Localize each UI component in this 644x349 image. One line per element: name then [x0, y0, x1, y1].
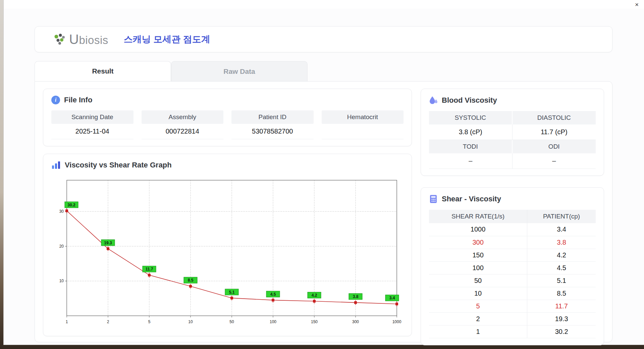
- file-info-fields: Scanning Date 2025-11-04 Assembly 000722…: [51, 110, 404, 139]
- field-hematocrit-value: [322, 124, 404, 139]
- app-title: 스캐닝 모세관 점도계: [124, 33, 210, 45]
- systolic-value: 3.8 (cP): [429, 124, 513, 140]
- patient-cell: 11.7: [527, 300, 596, 312]
- svg-text:20: 20: [59, 244, 64, 249]
- svg-text:50: 50: [229, 319, 234, 324]
- svg-text:1: 1: [66, 319, 68, 324]
- bar-chart-icon: [51, 161, 61, 169]
- field-hematocrit-label: Hematocrit: [322, 110, 404, 124]
- odi-label: ODI: [513, 140, 596, 153]
- patient-cell: 4.5: [527, 261, 596, 274]
- field-assembly: Assembly 000722814: [142, 110, 224, 139]
- field-assembly-label: Assembly: [142, 110, 224, 124]
- diastolic-label: DIASTOLIC: [513, 111, 596, 124]
- app-window: × Ubiosis 스캐닝 모세관 점도계 Result: [3, 0, 644, 345]
- patient-cell: 3.8: [527, 236, 596, 249]
- field-hematocrit: Hematocrit: [322, 110, 404, 139]
- table-row: 108.5: [429, 287, 596, 300]
- patient-cell: 8.5: [527, 287, 596, 300]
- svg-text:11.7: 11.7: [146, 267, 153, 271]
- shear-viscosity-table: SHEAR RATE(1/s) PATIENT(cp) 10003.4 3003…: [429, 210, 596, 338]
- patient-cell: 4.2: [527, 249, 596, 261]
- table-row: 3003.8: [429, 236, 596, 249]
- window-close-button[interactable]: ×: [633, 1, 641, 8]
- svg-text:10: 10: [59, 279, 64, 283]
- svg-text:3.8: 3.8: [353, 294, 359, 299]
- viscosity-chart: 102030130.2219.3511.7108.5505.11004.5150…: [51, 176, 404, 329]
- ubiosis-logo: Ubiosis: [52, 32, 108, 47]
- blood-viscosity-title: Blood Viscosity: [442, 96, 497, 105]
- svg-text:100: 100: [270, 319, 276, 324]
- table-row: 219.3: [429, 312, 596, 325]
- blood-viscosity-grid: SYSTOLIC DIASTOLIC 3.8 (cP) 11.7 (cP) TO…: [429, 111, 596, 169]
- table-row: 505.1: [429, 274, 596, 287]
- todi-value: –: [429, 153, 513, 169]
- file-info-header: i File Info: [51, 96, 404, 104]
- svg-text:30: 30: [59, 209, 64, 214]
- svg-text:150: 150: [311, 319, 318, 324]
- patient-cell: 19.3: [527, 312, 596, 325]
- brand-name: Ubiosis: [69, 32, 108, 47]
- patient-cell: 30.2: [527, 325, 596, 338]
- svg-text:30.2: 30.2: [67, 203, 75, 207]
- svg-text:10: 10: [188, 319, 193, 324]
- shear-viscosity-card: Shear - Viscosity SHEAR RATE(1/s) PATIEN…: [421, 187, 604, 345]
- shear-cell: 150: [429, 249, 527, 261]
- svg-text:5: 5: [148, 319, 151, 324]
- shear-cell: 50: [429, 274, 527, 287]
- col-patient: PATIENT(cp): [527, 210, 596, 223]
- svg-text:4.2: 4.2: [312, 293, 317, 298]
- table-row: 10003.4: [429, 223, 596, 236]
- app-header: Ubiosis 스캐닝 모세관 점도계: [35, 26, 612, 52]
- tab-raw-data[interactable]: Raw Data: [171, 61, 308, 81]
- tab-bar: Result Raw Data: [35, 61, 612, 81]
- shear-cell: 1000: [429, 223, 527, 236]
- shear-cell: 10: [429, 287, 527, 300]
- left-column: i File Info Scanning Date 2025-11-04 Ass…: [43, 89, 412, 335]
- field-patient-id: Patient ID 53078582700: [231, 110, 314, 139]
- svg-text:1000: 1000: [392, 319, 401, 324]
- svg-text:5.1: 5.1: [229, 290, 235, 295]
- svg-text:3.4: 3.4: [389, 296, 395, 300]
- blood-viscosity-header: Blood Viscosity: [429, 96, 596, 105]
- field-scanning-date-value: 2025-11-04: [51, 124, 133, 139]
- ubiosis-logo-icon: [52, 32, 67, 47]
- graph-header: Viscosity vs Shear Rate Graph: [51, 161, 404, 169]
- calculator-icon: [429, 194, 438, 204]
- table-row: 1004.5: [429, 261, 596, 274]
- droplet-icon: [429, 96, 438, 105]
- tab-raw-data-label: Raw Data: [223, 67, 255, 76]
- field-patient-id-label: Patient ID: [231, 110, 314, 124]
- svg-text:8.5: 8.5: [188, 278, 194, 283]
- table-row: 130.2: [429, 325, 596, 338]
- field-assembly-value: 000722814: [142, 124, 224, 139]
- result-panel: i File Info Scanning Date 2025-11-04 Ass…: [35, 81, 612, 342]
- field-scanning-date-label: Scanning Date: [51, 110, 133, 124]
- blood-viscosity-card: Blood Viscosity SYSTOLIC DIASTOLIC 3.8 (…: [421, 89, 604, 176]
- shear-viscosity-title: Shear - Viscosity: [442, 195, 501, 203]
- systolic-label: SYSTOLIC: [429, 111, 513, 124]
- todi-label: TODI: [429, 140, 513, 153]
- svg-text:300: 300: [352, 319, 359, 324]
- window-titlebar: ×: [4, 0, 644, 9]
- shear-cell: 2: [429, 312, 527, 325]
- table-row: 1504.2: [429, 249, 596, 261]
- shear-cell: 1: [429, 325, 527, 338]
- tab-result-label: Result: [92, 67, 113, 75]
- shear-cell: 300: [429, 236, 527, 249]
- file-info-title: File Info: [64, 96, 92, 104]
- svg-text:4.5: 4.5: [270, 292, 276, 297]
- col-shear-rate: SHEAR RATE(1/s): [429, 210, 527, 223]
- odi-value: –: [513, 153, 596, 169]
- diastolic-value: 11.7 (cP): [513, 124, 596, 140]
- svg-text:19.3: 19.3: [104, 241, 112, 245]
- patient-cell: 5.1: [527, 274, 596, 287]
- table-row: 511.7: [429, 300, 596, 312]
- tab-result[interactable]: Result: [35, 61, 171, 81]
- right-column: Blood Viscosity SYSTOLIC DIASTOLIC 3.8 (…: [421, 89, 604, 335]
- shear-cell: 5: [429, 300, 527, 312]
- page-content: Ubiosis 스캐닝 모세관 점도계 Result Raw Data i Fi…: [4, 9, 644, 342]
- field-scanning-date: Scanning Date 2025-11-04: [51, 110, 133, 139]
- file-info-card: i File Info Scanning Date 2025-11-04 Ass…: [43, 89, 412, 146]
- graph-title: Viscosity vs Shear Rate Graph: [65, 161, 172, 169]
